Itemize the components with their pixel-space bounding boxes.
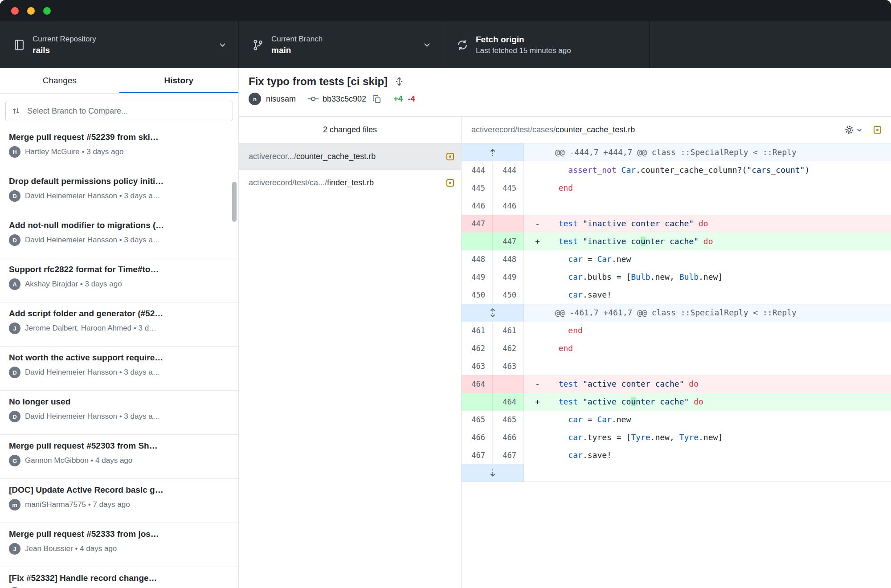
commit-list-item[interactable]: Drop default permissions policy initi… D… <box>0 170 238 214</box>
commit-list-title: Add script folder and generator (#52… <box>9 309 229 318</box>
old-line-number: 446 <box>462 197 493 215</box>
chevron-down-icon <box>219 43 226 47</box>
diff-sign: + <box>524 393 549 411</box>
old-line-number <box>462 393 493 411</box>
diff-options-button[interactable] <box>845 125 862 135</box>
old-line-number: 448 <box>462 250 493 268</box>
minimize-button[interactable] <box>27 7 35 15</box>
tab-changes[interactable]: Changes <box>0 68 119 93</box>
hunk-header-text: @@ -444,7 +444,7 @@ class ::SpecialReply… <box>524 143 891 161</box>
commit-list-meta: David Heinemeier Hansson • 3 days a… <box>25 192 160 200</box>
compare-arrows-icon <box>12 106 20 115</box>
new-line-number: 462 <box>493 339 524 357</box>
tab-history[interactable]: History <box>119 68 239 93</box>
old-line-number: 450 <box>462 286 493 304</box>
code-line: end <box>549 339 891 357</box>
commit-author: nisusam <box>266 94 296 104</box>
scrollbar-thumb[interactable] <box>232 182 237 222</box>
fetch-description: Last fetched 15 minutes ago <box>476 46 571 55</box>
repository-name: rails <box>33 45 96 55</box>
code-line: car.bulbs = [Bulb.new, Bulb.new] <box>549 268 891 286</box>
copy-icon[interactable] <box>372 95 381 103</box>
toolbar: Current Repository rails Current Branch … <box>0 21 891 68</box>
compare-branch-input[interactable] <box>5 101 233 121</box>
diff-row-ctx: 465465 car = Car.new <box>462 411 891 429</box>
expand-down-icon[interactable] <box>462 464 524 482</box>
tab-history-label: History <box>164 76 193 86</box>
commit-list-item[interactable]: Not worth the active support require… D … <box>0 347 238 391</box>
current-repository-button[interactable]: Current Repository rails <box>0 21 239 68</box>
diff-row-ctx: 466466 car.tyres = [Tyre.new, Tyre.new] <box>462 429 891 446</box>
commit-list-item[interactable]: Add script folder and generator (#52… J … <box>0 302 238 347</box>
commit-list-title: No longer used <box>9 397 229 407</box>
diff-sign <box>524 286 549 304</box>
commit-title: Fix typo from tests [ci skip] <box>249 75 388 88</box>
new-line-number: 463 <box>493 357 524 375</box>
avatar: D <box>9 367 20 378</box>
diff-row-hunk: @@ -461,7 +461,7 @@ class ::SpecialReply… <box>462 304 891 322</box>
diff-sign <box>524 179 549 197</box>
diff-lines: @@ -444,7 +444,7 @@ class ::SpecialReply… <box>462 143 891 588</box>
old-line-number: 462 <box>462 339 493 357</box>
commit-list-title: Not worth the active support require… <box>9 353 229 363</box>
avatar: m <box>9 499 20 510</box>
code-line: end <box>549 322 891 339</box>
commit-sha: bb33c5c902 <box>323 94 366 104</box>
avatar: H <box>9 146 20 158</box>
fetch-origin-button[interactable]: Fetch origin Last fetched 15 minutes ago <box>443 21 650 68</box>
old-line-number: 447 <box>462 215 493 233</box>
diff-pane: activerecord/test/cases/counter_cache_te… <box>462 117 891 588</box>
commit-list-item[interactable]: [DOC] Update Active Record basic g… m ma… <box>0 479 238 523</box>
diff-row-add: 464+ test "active counter cache" do <box>462 393 891 411</box>
diff-file-path-prefix: activerecord/test/cases/ <box>471 125 556 135</box>
file-list-item[interactable]: activerecor.../counter_cache_test.rb <box>239 143 461 170</box>
new-line-number: 465 <box>493 411 524 429</box>
branch-icon <box>252 39 264 51</box>
compare-branch-box <box>0 94 238 126</box>
new-line-number: 444 <box>493 161 524 179</box>
avatar: J <box>9 543 20 555</box>
code-line: end <box>549 179 891 197</box>
commit-list-meta: Akshay Birajdar • 3 days ago <box>25 280 122 289</box>
commit-list-item[interactable]: Add not-null modifier to migrations (… D… <box>0 214 238 258</box>
diff-sign: - <box>524 215 549 233</box>
commit-list-item[interactable]: [Fix #52332] Handle record change… <box>0 567 238 588</box>
commit-list-item[interactable]: No longer used D David Heinemeier Hansso… <box>0 391 238 435</box>
old-line-number <box>462 233 493 250</box>
history-sidebar: Changes History Merge pull request #5223… <box>0 68 239 588</box>
commit-list-item[interactable]: Merge pull request #52303 from Sh… G Gan… <box>0 435 238 479</box>
expand-both-icon[interactable] <box>462 304 524 322</box>
avatar: D <box>9 190 20 202</box>
diff-row-ctx: 461461 end <box>462 322 891 339</box>
new-line-number: 446 <box>493 197 524 215</box>
avatar: G <box>9 455 20 466</box>
commit-list-title: [DOC] Update Active Record basic g… <box>9 485 229 495</box>
additions-count: +4 <box>393 94 403 104</box>
code-line: test "active counter cache" do <box>549 393 891 411</box>
old-line-number: 445 <box>462 179 493 197</box>
new-line-number: 464 <box>493 393 524 411</box>
expand-up-icon[interactable] <box>462 143 524 161</box>
commit-list-item[interactable]: Merge pull request #52239 from ski… H Ha… <box>0 126 238 170</box>
drag-vertical-icon[interactable] <box>394 76 404 87</box>
new-line-number: 445 <box>493 179 524 197</box>
commit-list-item[interactable]: Support rfc2822 format for Time#to… A Ak… <box>0 258 238 302</box>
modified-status-icon <box>446 153 454 160</box>
new-line-number: 448 <box>493 250 524 268</box>
old-line-number: 444 <box>462 161 493 179</box>
diff-sign <box>524 446 549 464</box>
file-list-item[interactable]: activerecord/test/ca.../finder_test.rb <box>239 170 461 196</box>
zoom-button[interactable] <box>43 7 51 15</box>
diff-row-ctx: 444444 assert_not Car.counter_cache_colu… <box>462 161 891 179</box>
chevron-down-icon <box>857 128 862 132</box>
diff-row-ctx: 462462 end <box>462 339 891 357</box>
commit-list-meta: David Heinemeier Hansson • 3 days a… <box>25 368 160 377</box>
code-line: car.save! <box>549 286 891 304</box>
repository-label: Current Repository <box>33 35 96 44</box>
new-line-number: 466 <box>493 429 524 446</box>
diff-sign: + <box>524 233 549 250</box>
code-line: car.save! <box>549 446 891 464</box>
commit-list-item[interactable]: Merge pull request #52333 from jos… J Je… <box>0 523 238 567</box>
current-branch-button[interactable]: Current Branch main <box>239 21 443 68</box>
close-button[interactable] <box>11 7 19 15</box>
